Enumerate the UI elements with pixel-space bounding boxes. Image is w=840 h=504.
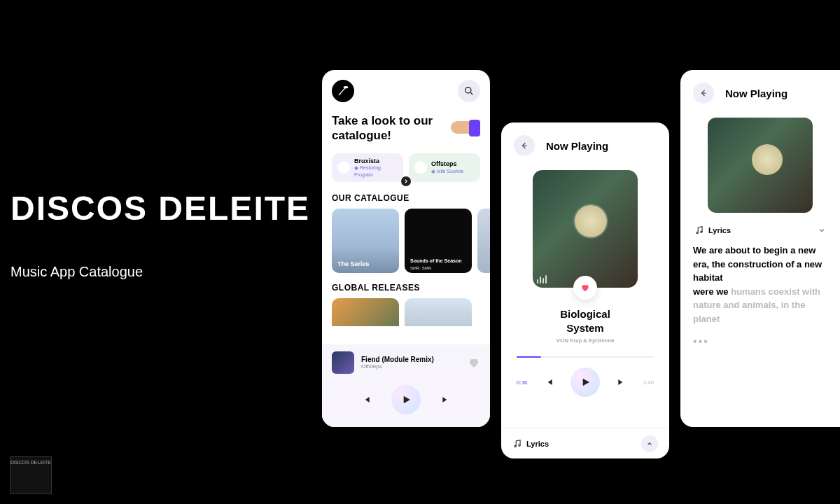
screen-lyrics: Now Playing Lyrics We are about to begin… <box>680 70 840 427</box>
brand-logo: DISCOS DELEITE <box>10 456 52 494</box>
chevron-right-icon <box>404 179 408 183</box>
featured-row: Bruxista◉ Restoring Program Offsteps◉ Ic… <box>332 153 480 183</box>
mini-player-artist: Offsteps <box>361 363 461 370</box>
album-art[interactable] <box>708 118 813 213</box>
section-title-global: GLOBAL RELEASES <box>332 283 480 293</box>
more-dots: ••• <box>693 335 827 348</box>
music-note-icon <box>694 225 704 235</box>
catalogue-cards: The Series Sounds of the Season SMR, SMR… <box>332 209 480 273</box>
play-button[interactable] <box>570 368 600 397</box>
skip-forward-icon <box>441 395 451 405</box>
pointing-hand-icon <box>456 115 480 141</box>
global-card-1[interactable] <box>332 298 399 326</box>
time-elapsed: 0:36 <box>517 379 528 386</box>
now-playing-header: Now Playing <box>546 140 608 152</box>
profile-avatar[interactable] <box>332 80 354 102</box>
play-button[interactable] <box>391 385 421 414</box>
catalogue-headline: Take a look to our catalogue! <box>332 113 450 144</box>
page-title: DISCOS DELEITE <box>10 189 310 227</box>
hero-block: DISCOS DELEITE Music App Catalogue <box>10 189 310 280</box>
prev-button[interactable] <box>360 394 372 405</box>
global-card-2[interactable] <box>405 298 472 326</box>
chevron-up-icon <box>646 440 653 447</box>
expand-button[interactable] <box>641 435 658 452</box>
featured-card-bruxista[interactable]: Bruxista◉ Restoring Program <box>332 153 403 183</box>
music-note-icon <box>512 439 522 449</box>
skip-back-icon <box>361 395 371 405</box>
svg-point-0 <box>344 87 347 88</box>
lyrics-body: We are about to begin a new era, the con… <box>693 244 827 326</box>
svg-point-2 <box>514 445 516 447</box>
album-art[interactable] <box>533 170 638 288</box>
svg-point-5 <box>701 231 702 232</box>
heart-icon <box>580 283 590 293</box>
song-title: BiologicalSystem <box>514 307 657 335</box>
time-total: 3:40 <box>643 379 654 386</box>
skip-back-icon <box>544 377 554 387</box>
mini-player: Fiend (Module Remix) Offsteps <box>322 344 490 427</box>
section-title-catalogue: OUR CATALOGUE <box>332 193 480 203</box>
play-icon <box>400 394 412 405</box>
album-card-the-series[interactable]: The Series <box>332 209 399 273</box>
album-card-sounds[interactable]: Sounds of the Season SMR, SMR. <box>405 209 472 273</box>
screen-catalogue: Take a look to our catalogue! Bruxista◉ … <box>322 70 490 427</box>
search-icon <box>464 86 474 96</box>
progress-bar[interactable] <box>517 356 654 358</box>
waveform-icon <box>537 274 550 284</box>
mini-player-art[interactable] <box>332 351 354 374</box>
play-icon <box>580 377 591 388</box>
arrow-left-icon <box>520 141 528 150</box>
page-subtitle: Music App Catalogue <box>10 264 310 280</box>
chevron-down-icon[interactable] <box>818 226 826 234</box>
lyrics-label: Lyrics <box>708 226 731 234</box>
featured-card-offsteps[interactable]: Offsteps◉ Iclle Sounds <box>409 153 480 183</box>
svg-point-4 <box>696 232 698 233</box>
back-button[interactable] <box>514 135 535 156</box>
svg-point-1 <box>465 88 471 93</box>
mini-player-title: Fiend (Module Remix) <box>361 356 461 363</box>
next-button[interactable] <box>440 394 451 405</box>
lyrics-bar[interactable]: Lyrics <box>501 428 669 458</box>
skip-forward-icon <box>617 377 626 387</box>
featured-next-button[interactable] <box>401 176 411 186</box>
now-playing-header: Now Playing <box>725 88 788 99</box>
screen-now-playing: Now Playing BiologicalSystem VON Krup & … <box>501 122 669 458</box>
prev-button[interactable] <box>543 377 554 388</box>
song-artist: VON Krup & Eph3mme <box>514 337 657 344</box>
favorite-button[interactable] <box>573 276 597 300</box>
svg-point-3 <box>519 444 520 446</box>
album-card-peek[interactable] <box>477 209 490 273</box>
next-button[interactable] <box>616 377 627 388</box>
heart-icon[interactable] <box>468 356 480 369</box>
arrow-left-icon <box>699 89 708 97</box>
back-button[interactable] <box>693 83 714 104</box>
search-button[interactable] <box>458 80 480 102</box>
